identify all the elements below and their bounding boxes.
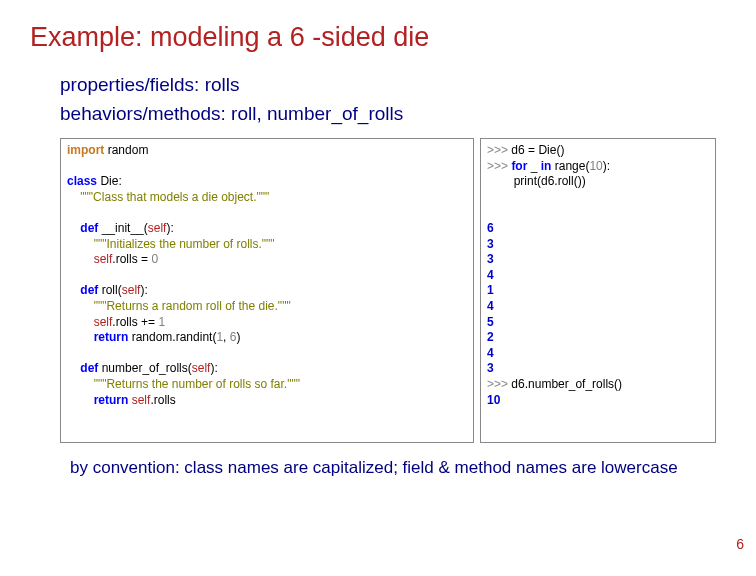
- kw-def-nrolls: def: [80, 361, 98, 375]
- output-value: 4: [487, 268, 494, 282]
- page-number: 6: [736, 536, 744, 552]
- repl-prompt: >>>: [487, 159, 508, 173]
- output-value: 4: [487, 299, 494, 313]
- kw-def-roll: def: [80, 283, 98, 297]
- output-value: 6: [487, 221, 494, 235]
- init-docstring: """Initializes the number of rolls.""": [94, 237, 275, 251]
- self-arg: self: [122, 283, 141, 297]
- repl-line-print: print(d6.roll()): [487, 174, 586, 188]
- self-arg: self: [192, 361, 211, 375]
- properties-line: properties/fields: rolls: [60, 71, 756, 100]
- description-block: properties/fields: rolls behaviors/metho…: [0, 71, 756, 128]
- output-value: 3: [487, 361, 494, 375]
- class-docstring: """Class that models a die object.""": [80, 190, 269, 204]
- nrolls-docstring: """Returns the number of rolls so far.""…: [94, 377, 300, 391]
- behaviors-line: behaviors/methods: roll, number_of_rolls: [60, 100, 756, 129]
- kw-def-init: def: [80, 221, 98, 235]
- kw-in: in: [541, 159, 552, 173]
- code-panel-left: import random class Die: """Class that m…: [60, 138, 474, 443]
- repl-line-1: d6 = Die(): [508, 143, 564, 157]
- repl-line-nrolls: d6.number_of_rolls(): [508, 377, 622, 391]
- class-name: Die: [100, 174, 118, 188]
- output-nrolls: 10: [487, 393, 500, 407]
- kw-import: import: [67, 143, 104, 157]
- self-arg: self: [148, 221, 167, 235]
- roll-docstring: """Returns a random roll of the die.""": [94, 299, 291, 313]
- footnote-text: by convention: class names are capitaliz…: [0, 443, 756, 479]
- kw-return: return: [94, 330, 129, 344]
- method-init: __init__: [102, 221, 144, 235]
- output-value: 5: [487, 315, 494, 329]
- self-ref: self: [94, 252, 113, 266]
- kw-return: return: [94, 393, 129, 407]
- method-number-of-rolls: number_of_rolls: [102, 361, 188, 375]
- output-value: 1: [487, 283, 494, 297]
- output-value: 2: [487, 330, 494, 344]
- method-roll: roll: [102, 283, 118, 297]
- code-panels: import random class Die: """Class that m…: [0, 128, 756, 443]
- output-value: 4: [487, 346, 494, 360]
- mod-random: random: [108, 143, 149, 157]
- self-ref: self: [132, 393, 151, 407]
- slide-title: Example: modeling a 6 -sided die: [0, 0, 756, 53]
- code-panel-right: >>> d6 = Die() >>> for _ in range(10): p…: [480, 138, 716, 443]
- repl-prompt: >>>: [487, 377, 508, 391]
- kw-class: class: [67, 174, 97, 188]
- kw-for: for: [511, 159, 527, 173]
- repl-prompt: >>>: [487, 143, 508, 157]
- output-value: 3: [487, 237, 494, 251]
- self-ref: self: [94, 315, 113, 329]
- output-value: 3: [487, 252, 494, 266]
